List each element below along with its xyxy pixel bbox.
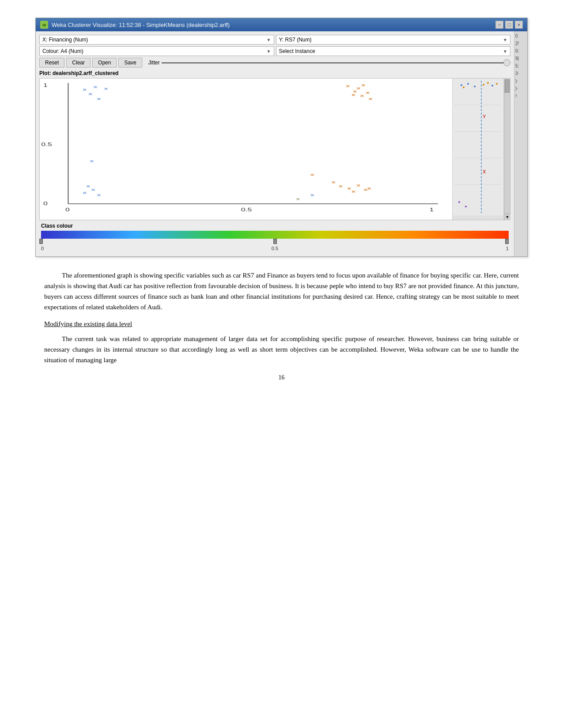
svg-text:×: × [310,172,314,177]
jitter-slider-container[interactable] [162,62,510,64]
colour-handles [41,239,509,245]
svg-point-47 [463,86,465,88]
right-num-8: )· [515,85,526,92]
jitter-label: Jitter [148,60,160,66]
svg-text:×: × [90,158,94,164]
svg-text:×: × [296,196,300,202]
close-button[interactable]: × [515,21,523,29]
svg-point-44 [461,84,462,86]
section-heading: Modifying the existing data level [44,319,519,329]
colour-handle-right[interactable] [505,239,509,244]
svg-text:0: 0 [65,207,70,212]
svg-text:×: × [356,183,361,188]
svg-point-48 [483,84,484,86]
scatter-plot: 1 0.5 0 0 0.5 1 × × × [40,79,453,220]
svg-point-55 [465,206,467,207]
right-num-7: )· [515,77,526,85]
colour-label: Colour: A4 (Num) [42,48,83,54]
toolbar-row: Reset Clear Open Save Jitter [39,58,510,68]
x-axis-label: X: Financing (Num) [42,37,88,43]
svg-text:×: × [83,190,87,195]
open-button[interactable]: Open [92,58,117,68]
mini-plot: Y X ▼ [453,79,510,220]
svg-text:×: × [83,87,87,92]
svg-rect-38 [453,79,503,215]
scroll-down-arrow[interactable]: ▼ [504,214,510,220]
svg-text:0.5: 0.5 [41,142,52,147]
mini-svg: Y X [453,79,503,215]
paragraph-1: The aforementioned graph is showing spec… [44,270,519,312]
clear-button[interactable]: Clear [66,58,91,68]
page-number: 16 [35,374,528,381]
colour-bar-markers: 0 0.5 1 [41,245,509,251]
svg-text:×: × [361,83,366,88]
reset-button[interactable]: Reset [39,58,64,68]
colour-bar [41,231,509,239]
select-instance-label: Select Instance [279,48,315,54]
svg-point-46 [474,86,476,87]
paragraph-2: The current task was related to appropri… [44,334,519,365]
colour-marker-1: 1 [506,246,509,251]
svg-text:×: × [97,96,101,101]
right-num-1: 0 [515,32,526,40]
page: W Weka Clusterer Visualize: 11:52:38 - S… [0,0,563,408]
right-num-3: 0: [515,47,526,55]
minimize-button[interactable]: − [495,21,503,29]
plot-title: Plot: dealership2.arff_clustered [39,70,510,76]
colour-marker-mid: 0.5 [272,246,278,251]
svg-text:×: × [368,96,373,101]
colour-handle-left[interactable] [39,239,43,244]
svg-text:×: × [104,86,108,91]
colour-dropdown[interactable]: Colour: A4 (Num) ▼ [39,46,274,56]
svg-text:×: × [351,189,355,194]
axis-row: X: Financing (Num) ▼ Y: RS7 (Num) ▼ [39,35,510,45]
right-panel: 0 2! 0: 9| 5: 3· )· )· !· [514,31,527,256]
svg-point-50 [491,85,493,86]
colour-handle-mid[interactable] [273,239,277,244]
titlebar-left: W Weka Clusterer Visualize: 11:52:38 - S… [40,21,230,29]
weka-body-wrapper: X: Financing (Num) ▼ Y: RS7 (Num) ▼ Colo… [36,31,527,256]
save-button[interactable]: Save [118,58,142,68]
titlebar-controls: − □ × [495,21,523,29]
svg-text:×: × [331,180,336,185]
jitter-thumb[interactable] [503,59,510,66]
weka-titlebar: W Weka Clusterer Visualize: 11:52:38 - S… [36,18,527,31]
svg-text:×: × [367,186,371,191]
mini-scrollbar[interactable]: ▼ [504,79,510,220]
svg-text:×: × [351,92,355,98]
window-title: Weka Clusterer Visualize: 11:52:38 - Sim… [52,22,230,28]
scatter-svg: 1 0.5 0 0 0.5 1 × × × [40,79,452,220]
svg-text:×: × [338,184,343,189]
mini-scrollbar-thumb [505,79,510,93]
svg-text:0.5: 0.5 [241,207,252,212]
x-axis-dropdown[interactable]: X: Financing (Num) ▼ [39,35,274,45]
weka-window: W Weka Clusterer Visualize: 11:52:38 - S… [35,18,528,257]
select-instance-arrow: ▼ [503,49,507,54]
class-colour-title: Class colour [41,223,509,229]
svg-text:×: × [86,184,91,189]
svg-text:×: × [88,91,93,97]
class-colour-section: Class colour 0 0.5 1 [39,220,510,253]
colour-row: Colour: A4 (Num) ▼ Select Instance ▼ [39,46,510,56]
x-axis-arrow: ▼ [267,38,271,42]
svg-text:×: × [366,90,370,95]
jitter-track [162,62,510,64]
text-content: The aforementioned graph is showing spec… [35,270,528,365]
y-axis-label: Y: RS7 (Num) [279,37,312,43]
y-axis-dropdown[interactable]: Y: RS7 (Num) ▼ [276,35,511,45]
svg-text:1: 1 [429,207,434,212]
svg-text:W: W [42,23,46,27]
svg-text:×: × [310,192,314,198]
colour-marker-0: 0 [41,246,44,251]
svg-text:1: 1 [43,83,48,88]
select-instance-dropdown[interactable]: Select Instance ▼ [276,46,511,56]
y-axis-arrow: ▼ [503,38,507,42]
svg-point-45 [467,83,469,85]
svg-text:×: × [93,84,98,90]
colour-arrow: ▼ [267,49,271,54]
svg-point-49 [487,82,489,84]
svg-point-54 [458,201,460,203]
svg-text:Y: Y [483,114,486,119]
maximize-button[interactable]: □ [505,21,513,29]
right-num-6: 3· [515,70,526,77]
